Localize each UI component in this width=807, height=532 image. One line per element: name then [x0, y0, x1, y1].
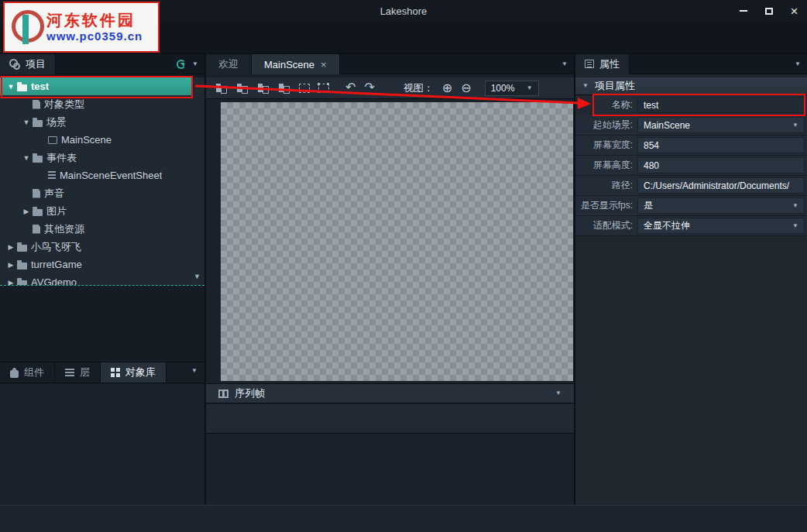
site-watermark-text: 河东软件园 www.pc0359.cn [46, 11, 143, 43]
folder-icon [33, 209, 43, 216]
chevron-down-icon[interactable]: ▼ [5, 83, 17, 91]
scroll-down-icon[interactable]: ▼ [194, 273, 201, 280]
tree-item-project-xiaoniao[interactable]: ▶小鸟飞呀飞 [0, 238, 192, 256]
tree-item-images[interactable]: ▶图片 [0, 202, 192, 220]
tab-label: MainScene [264, 59, 314, 70]
frames-panel-header[interactable]: 序列帧 ▼ [206, 383, 574, 403]
view-label: 视图： [404, 81, 434, 95]
property-row-screen-width: 屏幕宽度:854 [575, 136, 807, 156]
property-value-start-scene[interactable]: MainScene▼ [637, 117, 805, 133]
tree-item-scenes[interactable]: ▼场景 [0, 113, 192, 131]
redo-icon[interactable]: ↷ [364, 81, 374, 94]
tab-components[interactable]: 组件 [0, 362, 55, 383]
chevron-down-icon[interactable]: ▼ [20, 154, 33, 162]
bring-to-front-icon[interactable] [236, 83, 249, 94]
tree-item-mainscene[interactable]: MainScene [0, 131, 192, 149]
zoom-out-icon[interactable]: ⊖ [461, 82, 471, 94]
layers-icon [65, 368, 74, 377]
tab-properties-label: 属性 [599, 57, 620, 71]
zoom-level-select[interactable]: 100% ▼ [485, 81, 539, 96]
align-left-icon[interactable] [257, 83, 270, 94]
editor-tabs: 欢迎MainScene× [206, 54, 340, 74]
tab-welcome[interactable]: 欢迎 [206, 54, 252, 74]
undo-icon[interactable]: ↶ [345, 81, 355, 94]
property-row-show-fps: 是否显示fps:是▼ [575, 196, 807, 216]
property-value-text: test [644, 100, 658, 111]
editor-toolbar: ↶ ↷ 视图： ⊕ ⊖ 100% ▼ [206, 77, 574, 99]
tree-item-test[interactable]: ▼test [0, 77, 192, 95]
selection-marquee-icon[interactable] [299, 84, 310, 93]
minimize-icon [740, 10, 747, 12]
property-label: 屏幕宽度: [575, 139, 637, 152]
tree-item-sounds[interactable]: 声音 [0, 184, 192, 202]
crop-icon[interactable] [318, 84, 329, 93]
tree-item-label: turretGame [31, 259, 82, 270]
chevron-down-icon[interactable]: ▼ [555, 390, 561, 396]
chevron-down-icon[interactable]: ▼ [191, 368, 197, 374]
file-icon [33, 225, 40, 234]
chevron-down-icon[interactable]: ▼ [561, 61, 568, 67]
tree-item-other-resources[interactable]: 其他资源 [0, 220, 192, 238]
gear-icon [9, 59, 20, 70]
chevron-down-icon: ▼ [792, 223, 798, 229]
scene-canvas[interactable] [221, 102, 573, 381]
project-properties-header[interactable]: ▼ 项目属性 [575, 77, 807, 95]
tab-properties[interactable]: 属性 [575, 54, 630, 74]
left-panel-empty [0, 384, 204, 505]
chevron-down-icon: ▼ [527, 85, 533, 91]
property-label: 适配模式: [575, 219, 637, 232]
editor-panel: 欢迎MainScene× ▼ ↶ ↷ 视图： ⊕ ⊖ 100% ▼ 序列帧 ▼ [206, 54, 574, 505]
frames-panel-body [206, 404, 574, 434]
folder-icon [17, 84, 27, 91]
scene-icon [48, 136, 57, 144]
tree-item-object-types[interactable]: 对象类型 [0, 95, 192, 113]
chevron-down-icon: ▼ [792, 122, 798, 129]
send-to-back-icon[interactable] [215, 83, 228, 94]
maximize-icon [765, 8, 773, 15]
tree-item-label: 事件表 [46, 151, 77, 165]
status-bar [0, 505, 807, 532]
property-row-path: 路径:C:/Users/Administrator/Documents/ [575, 176, 807, 196]
chevron-right-icon[interactable]: ▶ [5, 279, 17, 287]
chevron-down-icon[interactable]: ▼ [20, 118, 33, 126]
tree-item-label: 其他资源 [44, 222, 84, 236]
window-title: Lakeshore [380, 5, 428, 17]
watermark-site-name: 河东软件园 [46, 11, 143, 29]
zoom-in-icon[interactable]: ⊕ [442, 82, 452, 94]
maximize-button[interactable] [756, 0, 781, 22]
sync-icon[interactable] [177, 60, 186, 69]
tab-layers[interactable]: 层 [55, 362, 101, 383]
chevron-right-icon[interactable]: ▶ [20, 208, 33, 215]
align-top-icon[interactable] [278, 83, 290, 94]
tree-item-label: 声音 [44, 187, 64, 201]
file-icon [33, 100, 40, 109]
chevron-down-icon[interactable]: ▼ [192, 61, 198, 67]
tab-object-library[interactable]: 对象库 [101, 362, 167, 383]
folder-icon [17, 263, 27, 269]
tab-label: 对象库 [125, 366, 156, 379]
tree-item-project-turretgame[interactable]: ▶turretGame [0, 256, 192, 273]
tree-item-project-avgdemo[interactable]: ▶AVGdemo [0, 273, 192, 286]
chevron-right-icon[interactable]: ▶ [5, 243, 17, 251]
tree-item-event-sheets[interactable]: ▼事件表 [0, 149, 192, 166]
app-window: Lakeshore × 河东软件园 www.pc0359.cn 项目 ▼ ▼te… [0, 0, 807, 532]
project-panel-empty [0, 287, 204, 362]
minimize-button[interactable] [730, 0, 756, 22]
property-row-fit-mode: 适配模式:全显不拉伸▼ [575, 216, 807, 236]
tab-project[interactable]: 项目 [0, 54, 56, 74]
chevron-right-icon[interactable]: ▶ [5, 261, 17, 269]
tree-item-mainscene-event-sheet[interactable]: MainSceneEventSheet [0, 166, 192, 184]
property-value-fit-mode[interactable]: 全显不拉伸▼ [637, 218, 805, 234]
close-button[interactable]: × [781, 0, 807, 22]
tree-item-label: 小鸟飞呀飞 [31, 240, 81, 254]
property-value-show-fps[interactable]: 是▼ [637, 197, 805, 214]
project-panel: 项目 ▼ ▼test对象类型▼场景MainScene▼事件表MainSceneE… [0, 54, 204, 505]
close-icon[interactable]: × [321, 60, 327, 70]
property-value-name[interactable]: test [637, 97, 805, 113]
project-tree: ▼test对象类型▼场景MainScene▼事件表MainSceneEventS… [0, 77, 204, 286]
tab-label: 组件 [24, 366, 44, 379]
tree-item-label: MainSceneEventSheet [60, 170, 162, 181]
tab-mainscene[interactable]: MainScene× [252, 54, 340, 74]
chevron-down-icon[interactable]: ▼ [795, 61, 801, 67]
tree-item-label: 图片 [46, 204, 67, 218]
